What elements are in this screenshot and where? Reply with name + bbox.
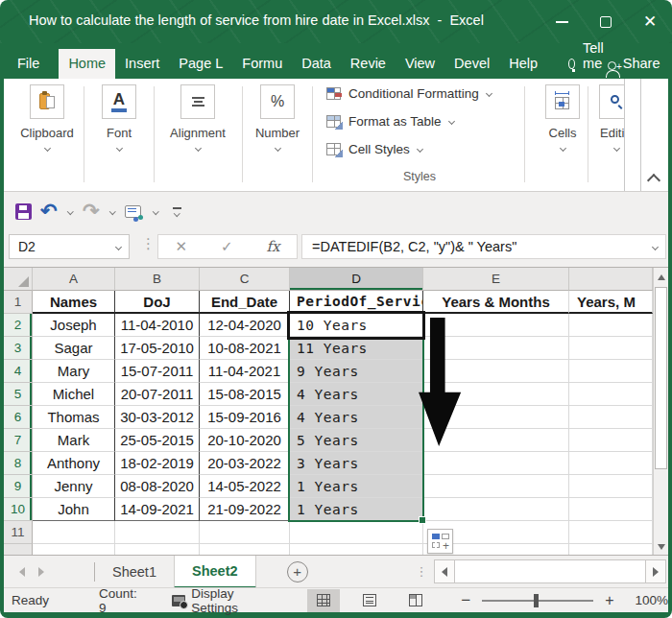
fill-handle[interactable] bbox=[419, 516, 426, 524]
redo-dropdown-icon[interactable] bbox=[109, 208, 115, 214]
cell-F3[interactable] bbox=[569, 337, 653, 360]
undo-dropdown-icon[interactable] bbox=[67, 208, 73, 214]
horizontal-scroll-thumb[interactable] bbox=[455, 559, 645, 583]
cell-F2[interactable] bbox=[569, 314, 653, 337]
cell-B4[interactable]: 15-07-2011 bbox=[115, 360, 200, 383]
conditional-formatting-button[interactable]: Conditional Formatting bbox=[326, 86, 492, 101]
cell-D12[interactable] bbox=[290, 544, 423, 555]
save-icon[interactable] bbox=[15, 203, 32, 220]
tab-devel[interactable]: Devel bbox=[444, 50, 499, 79]
zoom-slider-handle[interactable] bbox=[534, 594, 539, 607]
cell-D3[interactable]: 11 Years bbox=[290, 337, 423, 360]
cell-E8[interactable] bbox=[423, 452, 569, 475]
zoom-out-button[interactable]: − bbox=[457, 591, 474, 610]
column-header-f[interactable] bbox=[569, 268, 653, 291]
cell-F4[interactable] bbox=[569, 360, 653, 383]
cell-E4[interactable] bbox=[423, 360, 569, 383]
row-header-8[interactable]: 8 bbox=[4, 452, 33, 475]
vertical-scroll-thumb[interactable] bbox=[655, 287, 667, 469]
add-sheet-button[interactable]: + bbox=[287, 561, 308, 582]
cell-C1[interactable]: End_Date bbox=[200, 291, 290, 314]
tab-page-l[interactable]: Page L bbox=[169, 50, 232, 79]
column-header-D[interactable]: D bbox=[290, 268, 423, 291]
tab-home[interactable]: Home bbox=[59, 49, 115, 79]
horizontal-scrollbar[interactable] bbox=[434, 559, 666, 583]
scroll-down-button[interactable] bbox=[654, 537, 668, 555]
normal-view-button[interactable] bbox=[307, 589, 340, 612]
cell-D5[interactable]: 4 Years bbox=[290, 383, 423, 406]
cell-A4[interactable]: Mary bbox=[33, 360, 115, 383]
row-header-5[interactable]: 5 bbox=[4, 383, 33, 406]
row-header-10[interactable]: 10 bbox=[4, 498, 33, 521]
alignment-group-button[interactable]: Alignment bbox=[155, 84, 241, 151]
cell-A9[interactable]: Jenny bbox=[33, 475, 115, 498]
vertical-scrollbar[interactable] bbox=[653, 268, 668, 555]
cell-B8[interactable]: 18-02-2019 bbox=[115, 452, 200, 475]
cancel-icon[interactable]: ✕ bbox=[175, 238, 187, 255]
cell-E9[interactable] bbox=[423, 475, 569, 498]
zoom-slider[interactable] bbox=[482, 600, 593, 602]
name-box[interactable]: D2 bbox=[9, 234, 130, 259]
tab-data[interactable]: Data bbox=[292, 50, 341, 79]
status-count[interactable]: Count: 9 bbox=[99, 586, 145, 615]
row-header-11[interactable]: 11 bbox=[4, 521, 33, 544]
row-header-7[interactable]: 7 bbox=[4, 429, 33, 452]
zoom-in-button[interactable]: + bbox=[601, 592, 617, 609]
cell-F11[interactable] bbox=[569, 521, 653, 544]
cell-D9[interactable]: 1 Years bbox=[290, 475, 423, 498]
cell-B2[interactable]: 11-04-2010 bbox=[115, 314, 200, 337]
cell-D7[interactable]: 5 Years bbox=[290, 429, 423, 452]
tab-file[interactable]: File bbox=[0, 50, 59, 79]
collapse-ribbon-icon[interactable] bbox=[647, 174, 660, 187]
scroll-up-button[interactable] bbox=[654, 268, 668, 286]
cell-A5[interactable]: Michel bbox=[33, 383, 115, 406]
cell-C7[interactable]: 20-10-2020 bbox=[200, 429, 290, 452]
cell-D4[interactable]: 9 Years bbox=[290, 360, 423, 383]
cell-C5[interactable]: 15-08-2015 bbox=[200, 383, 290, 406]
cell-C8[interactable]: 20-03-2022 bbox=[200, 452, 290, 475]
cell-E10[interactable] bbox=[423, 498, 569, 521]
cell-E2[interactable] bbox=[423, 314, 569, 337]
cell-C10[interactable]: 21-09-2022 bbox=[200, 498, 290, 521]
cell-C9[interactable]: 14-05-2022 bbox=[200, 475, 290, 498]
cell-A7[interactable]: Mark bbox=[33, 429, 115, 452]
zoom-level[interactable]: 100% bbox=[635, 593, 668, 607]
cell-D8[interactable]: 3 Years bbox=[290, 452, 423, 475]
cell-D6[interactable]: 4 Years bbox=[290, 406, 423, 429]
cell-C12[interactable] bbox=[200, 544, 290, 555]
cell-E1[interactable]: Years & Months bbox=[423, 291, 569, 314]
cell-A10[interactable]: John bbox=[33, 498, 115, 521]
cell-F5[interactable] bbox=[569, 383, 653, 406]
format-as-table-button[interactable]: Format as Table bbox=[326, 114, 454, 129]
column-header-C[interactable]: C bbox=[200, 268, 290, 291]
row-header-6[interactable]: 6 bbox=[4, 406, 33, 429]
row-header-2[interactable]: 2 bbox=[4, 314, 33, 337]
tab-revie[interactable]: Revie bbox=[341, 50, 396, 79]
column-header-E[interactable]: E bbox=[423, 268, 569, 291]
tab-formu[interactable]: Formu bbox=[232, 50, 292, 79]
tell-me-button[interactable]: Tell me bbox=[568, 40, 608, 79]
page-break-view-button[interactable] bbox=[399, 589, 432, 612]
maximize-button[interactable] bbox=[584, 0, 628, 43]
cell-F12[interactable] bbox=[569, 544, 653, 555]
scroll-left-button[interactable] bbox=[434, 559, 455, 583]
cell-B12[interactable] bbox=[115, 544, 200, 555]
cell-A2[interactable]: Joseph bbox=[33, 314, 115, 337]
cell-B1[interactable]: DoJ bbox=[115, 291, 200, 314]
cell-B6[interactable]: 30-03-2012 bbox=[115, 406, 200, 429]
cell-A8[interactable]: Anthony bbox=[33, 452, 115, 475]
cell-A3[interactable]: Sagar bbox=[33, 337, 115, 360]
row-header-4[interactable]: 4 bbox=[4, 360, 33, 383]
cell-F1[interactable]: Years, M bbox=[569, 291, 653, 314]
cell-F10[interactable] bbox=[569, 498, 653, 521]
cell-styles-button[interactable]: Cell Styles bbox=[326, 142, 422, 156]
cell-D10[interactable]: 1 Years bbox=[290, 498, 423, 521]
formula-input[interactable]: =DATEDIF(B2, C2, "y")& " Years" bbox=[301, 234, 666, 259]
select-all-corner[interactable] bbox=[4, 268, 33, 291]
next-sheet-icon[interactable] bbox=[38, 567, 44, 577]
row-header-1[interactable]: 1 bbox=[4, 291, 33, 314]
cell-A1[interactable]: Names bbox=[33, 291, 115, 314]
font-group-button[interactable]: A Font bbox=[76, 84, 162, 151]
number-group-button[interactable]: % Number bbox=[234, 84, 321, 151]
customize-toolbar-icon[interactable] bbox=[173, 207, 181, 215]
